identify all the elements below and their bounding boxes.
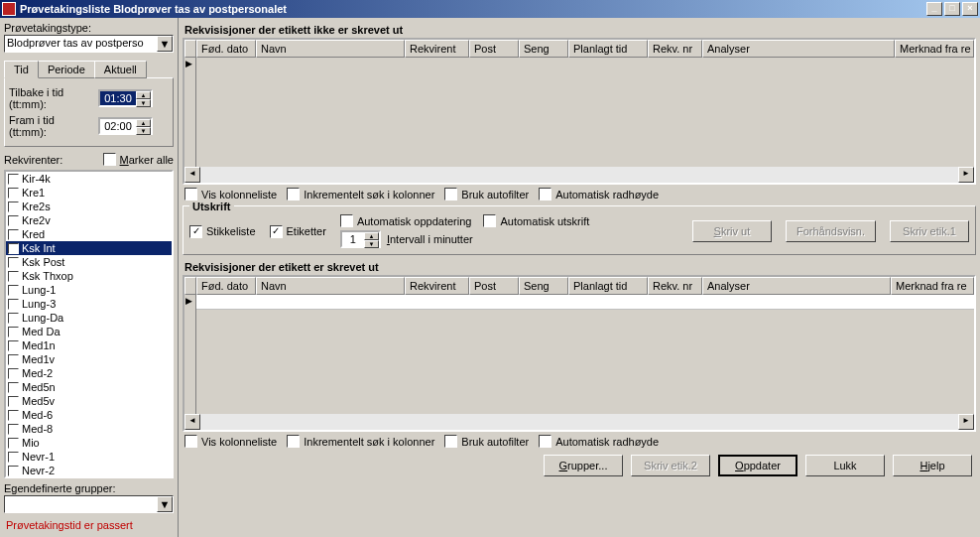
spin-up-icon[interactable]: ▲: [136, 119, 151, 127]
list-item[interactable]: Nevr-1: [6, 450, 172, 464]
col-fod[interactable]: Fød. dato: [196, 277, 256, 295]
maximize-button[interactable]: □: [944, 2, 960, 16]
list-item[interactable]: Med1n: [6, 338, 172, 352]
list-item[interactable]: Med5n: [6, 380, 172, 394]
list-item-label: Med5v: [22, 395, 55, 407]
autorad-checkbox-2[interactable]: Automatisk radhøyde: [539, 435, 659, 448]
list-item[interactable]: Med-2: [6, 366, 172, 380]
marker-alle-checkbox[interactable]: Marker alle: [103, 153, 174, 166]
col-post[interactable]: Post: [469, 40, 519, 58]
hjelp-button[interactable]: Hjelp: [893, 455, 972, 476]
list-item[interactable]: Lung-1: [6, 283, 172, 297]
list-item[interactable]: Med Da: [6, 325, 172, 338]
col-analyser[interactable]: Analyser: [702, 277, 891, 295]
stikkeliste-checkbox[interactable]: ✓Stikkeliste: [189, 225, 256, 238]
autofilter-checkbox[interactable]: Bruk autofilter: [444, 188, 529, 201]
intervall-input[interactable]: [342, 232, 364, 246]
tilbake-spinner[interactable]: ▲▼: [98, 89, 153, 107]
spin-up-icon[interactable]: ▲: [364, 232, 379, 240]
list-item[interactable]: Lung-3: [6, 297, 172, 311]
scroll-left-icon[interactable]: ◄: [184, 414, 200, 430]
col-rekvirent[interactable]: Rekvirent: [405, 277, 469, 295]
etiketter-checkbox[interactable]: ✓Etiketter: [270, 225, 326, 238]
autorad-checkbox[interactable]: Automatisk radhøyde: [539, 188, 659, 201]
skriv-etik1-button[interactable]: Skriv etik.1: [890, 220, 969, 242]
tilbake-input[interactable]: [100, 91, 136, 105]
list-item[interactable]: Ksk Post: [6, 255, 172, 269]
tab-aktuell[interactable]: Aktuell: [94, 61, 147, 78]
col-planlagt[interactable]: Planlagt tid: [568, 277, 648, 295]
list-item[interactable]: Ksk Thxop: [6, 269, 172, 283]
list-item[interactable]: Kre2v: [6, 213, 172, 227]
h-scrollbar[interactable]: ◄ ►: [184, 414, 974, 430]
scroll-right-icon[interactable]: ►: [958, 414, 974, 430]
inkrementelt-checkbox-2[interactable]: Inkrementelt søk i kolonner: [287, 435, 434, 448]
list-item[interactable]: Nevr-2: [6, 464, 172, 477]
list-item-label: Kred: [22, 228, 45, 240]
list-item[interactable]: Nevr-3: [6, 477, 172, 478]
h-scrollbar[interactable]: ◄ ►: [184, 167, 974, 183]
spin-up-icon[interactable]: ▲: [136, 91, 151, 99]
list-item[interactable]: Med-6: [6, 408, 172, 422]
col-fod[interactable]: Fød. dato: [196, 40, 256, 58]
list-item[interactable]: Med1v: [6, 352, 172, 366]
egendef-combo[interactable]: ▼: [4, 495, 174, 513]
spin-down-icon[interactable]: ▼: [364, 240, 379, 248]
chevron-down-icon[interactable]: ▼: [157, 36, 173, 52]
col-merknad[interactable]: Merknad fra re: [891, 277, 974, 295]
inkrementelt-checkbox[interactable]: Inkrementelt søk i kolonner: [287, 188, 434, 201]
top-grid[interactable]: Fød. dato Navn Rekvirent Post Seng Planl…: [183, 38, 976, 185]
grupper-button[interactable]: Grupper...: [544, 455, 623, 476]
minimize-button[interactable]: _: [926, 2, 942, 16]
left-panel: Prøvetakingstype: Blodprøver tas av post…: [0, 18, 179, 537]
list-item[interactable]: Kre1: [6, 186, 172, 200]
list-item-label: Ksk Post: [22, 256, 64, 268]
list-item[interactable]: Lung-Da: [6, 311, 172, 325]
tab-periode[interactable]: Periode: [38, 61, 95, 78]
col-seng[interactable]: Seng: [519, 277, 568, 295]
chevron-down-icon[interactable]: ▼: [157, 496, 173, 512]
intervall-spinner[interactable]: ▲▼: [340, 230, 381, 248]
col-merknad[interactable]: Merknad fra re: [895, 40, 974, 58]
vis-kolonneliste-checkbox[interactable]: Vis kolonneliste: [184, 188, 277, 201]
bottom-grid[interactable]: Fød. dato Navn Rekvirent Post Seng Planl…: [183, 275, 976, 432]
tab-tid[interactable]: Tid: [4, 61, 39, 78]
row-marker-header: [184, 40, 196, 58]
col-seng[interactable]: Seng: [519, 40, 568, 58]
skriv-ut-button[interactable]: Skriv ut: [692, 220, 772, 242]
auto-utskrift-checkbox[interactable]: Automatisk utskrift: [483, 214, 589, 227]
col-rekvnr[interactable]: Rekv. nr: [648, 277, 702, 295]
col-planlagt[interactable]: Planlagt tid: [568, 40, 648, 58]
col-analyser[interactable]: Analyser: [702, 40, 895, 58]
col-rekvirent[interactable]: Rekvirent: [405, 40, 469, 58]
col-rekvnr[interactable]: Rekv. nr: [648, 40, 702, 58]
list-item[interactable]: Mio: [6, 436, 172, 450]
skriv-etik2-button[interactable]: Skriv etik.2: [631, 455, 710, 476]
list-item-label: Med1n: [22, 339, 56, 351]
list-item[interactable]: Kir-4k: [6, 172, 172, 186]
spin-down-icon[interactable]: ▼: [136, 99, 151, 107]
type-combo[interactable]: Blodprøver tas av postperso ▼: [4, 35, 174, 53]
fram-input[interactable]: [100, 119, 136, 133]
col-post[interactable]: Post: [469, 277, 519, 295]
scroll-left-icon[interactable]: ◄: [184, 167, 200, 183]
col-navn[interactable]: Navn: [256, 40, 405, 58]
list-item[interactable]: Ksk Int: [6, 241, 172, 255]
lukk-button[interactable]: Lukk: [805, 455, 885, 476]
rekvirenter-list[interactable]: Kir-4kKre1Kre2sKre2vKredKsk IntKsk PostK…: [4, 170, 174, 478]
list-item[interactable]: Med5v: [6, 394, 172, 408]
fram-spinner[interactable]: ▲▼: [98, 117, 153, 135]
checkbox-icon: [8, 313, 19, 324]
list-item[interactable]: Med-8: [6, 422, 172, 436]
forhandsvisn-button[interactable]: Forhåndsvisn.: [786, 220, 876, 242]
oppdater-button[interactable]: Oppdater: [718, 455, 797, 476]
list-item[interactable]: Kre2s: [6, 200, 172, 213]
spin-down-icon[interactable]: ▼: [136, 127, 151, 135]
autofilter-checkbox-2[interactable]: Bruk autofilter: [444, 435, 529, 448]
scroll-right-icon[interactable]: ►: [958, 167, 974, 183]
col-navn[interactable]: Navn: [256, 277, 405, 295]
auto-oppdatering-checkbox[interactable]: Automatisk oppdatering: [340, 214, 472, 227]
close-button[interactable]: ×: [962, 2, 978, 16]
list-item[interactable]: Kred: [6, 227, 172, 241]
vis-kolonneliste-checkbox-2[interactable]: Vis kolonneliste: [184, 435, 277, 448]
